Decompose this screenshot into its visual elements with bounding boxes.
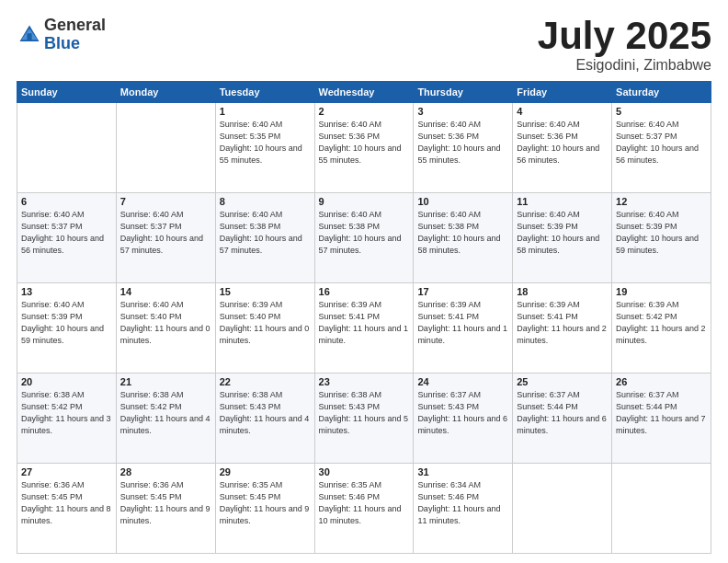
table-row: 17Sunrise: 6:39 AM Sunset: 5:41 PM Dayli… — [414, 283, 513, 373]
day-number: 2 — [319, 106, 410, 117]
day-info: Sunrise: 6:39 AM Sunset: 5:41 PM Dayligh… — [517, 299, 608, 347]
day-number: 31 — [417, 466, 508, 477]
logo-general-text: General — [44, 17, 106, 35]
day-info: Sunrise: 6:37 AM Sunset: 5:44 PM Dayligh… — [616, 389, 707, 437]
table-row: 5Sunrise: 6:40 AM Sunset: 5:37 PM Daylig… — [612, 103, 711, 193]
table-row — [612, 464, 711, 554]
day-info: Sunrise: 6:40 AM Sunset: 5:36 PM Dayligh… — [319, 119, 410, 167]
table-row: 20Sunrise: 6:38 AM Sunset: 5:42 PM Dayli… — [17, 373, 117, 464]
logo-icon — [17, 22, 42, 48]
col-sunday: Sunday — [17, 82, 117, 103]
month-title: July 2025 — [538, 17, 711, 55]
logo: General Blue — [17, 17, 106, 53]
day-number: 25 — [517, 376, 608, 387]
day-info: Sunrise: 6:40 AM Sunset: 5:36 PM Dayligh… — [517, 119, 608, 167]
day-number: 13 — [21, 286, 112, 297]
table-row: 10Sunrise: 6:40 AM Sunset: 5:38 PM Dayli… — [414, 193, 513, 283]
table-row: 19Sunrise: 6:39 AM Sunset: 5:42 PM Dayli… — [612, 283, 711, 373]
table-row: 11Sunrise: 6:40 AM Sunset: 5:39 PM Dayli… — [513, 193, 612, 283]
day-info: Sunrise: 6:37 AM Sunset: 5:44 PM Dayligh… — [517, 389, 608, 437]
table-row — [513, 464, 612, 554]
day-number: 18 — [517, 286, 608, 297]
day-info: Sunrise: 6:40 AM Sunset: 5:39 PM Dayligh… — [21, 299, 112, 347]
day-number: 24 — [417, 376, 508, 387]
table-row: 30Sunrise: 6:35 AM Sunset: 5:46 PM Dayli… — [314, 464, 414, 554]
day-info: Sunrise: 6:38 AM Sunset: 5:42 PM Dayligh… — [120, 389, 211, 437]
table-row: 28Sunrise: 6:36 AM Sunset: 5:45 PM Dayli… — [116, 464, 215, 554]
table-row: 24Sunrise: 6:37 AM Sunset: 5:43 PM Dayli… — [414, 373, 513, 464]
day-info: Sunrise: 6:40 AM Sunset: 5:37 PM Dayligh… — [616, 119, 707, 167]
day-number: 11 — [517, 196, 608, 207]
day-info: Sunrise: 6:40 AM Sunset: 5:38 PM Dayligh… — [319, 209, 410, 257]
day-number: 12 — [616, 196, 707, 207]
day-number: 1 — [220, 106, 311, 117]
col-friday: Friday — [513, 82, 612, 103]
day-info: Sunrise: 6:39 AM Sunset: 5:42 PM Dayligh… — [616, 299, 707, 347]
day-info: Sunrise: 6:37 AM Sunset: 5:43 PM Dayligh… — [417, 389, 508, 437]
day-number: 5 — [616, 106, 707, 117]
day-info: Sunrise: 6:38 AM Sunset: 5:43 PM Dayligh… — [319, 389, 410, 437]
day-info: Sunrise: 6:40 AM Sunset: 5:35 PM Dayligh… — [220, 119, 311, 167]
day-info: Sunrise: 6:39 AM Sunset: 5:41 PM Dayligh… — [417, 299, 508, 347]
day-number: 14 — [120, 286, 211, 297]
day-info: Sunrise: 6:40 AM Sunset: 5:39 PM Dayligh… — [616, 209, 707, 257]
calendar-week-3: 13Sunrise: 6:40 AM Sunset: 5:39 PM Dayli… — [17, 283, 711, 373]
day-info: Sunrise: 6:40 AM Sunset: 5:39 PM Dayligh… — [517, 209, 608, 257]
table-row: 6Sunrise: 6:40 AM Sunset: 5:37 PM Daylig… — [17, 193, 117, 283]
table-row: 16Sunrise: 6:39 AM Sunset: 5:41 PM Dayli… — [314, 283, 414, 373]
day-number: 19 — [616, 286, 707, 297]
table-row: 9Sunrise: 6:40 AM Sunset: 5:38 PM Daylig… — [314, 193, 414, 283]
day-number: 3 — [417, 106, 508, 117]
day-number: 22 — [220, 376, 311, 387]
col-saturday: Saturday — [612, 82, 711, 103]
svg-rect-2 — [27, 33, 31, 41]
day-info: Sunrise: 6:38 AM Sunset: 5:42 PM Dayligh… — [21, 389, 112, 437]
table-row: 12Sunrise: 6:40 AM Sunset: 5:39 PM Dayli… — [612, 193, 711, 283]
day-info: Sunrise: 6:40 AM Sunset: 5:36 PM Dayligh… — [417, 119, 508, 167]
day-info: Sunrise: 6:35 AM Sunset: 5:45 PM Dayligh… — [220, 479, 311, 527]
table-row: 22Sunrise: 6:38 AM Sunset: 5:43 PM Dayli… — [215, 373, 314, 464]
day-number: 17 — [417, 286, 508, 297]
table-row: 25Sunrise: 6:37 AM Sunset: 5:44 PM Dayli… — [513, 373, 612, 464]
day-number: 23 — [319, 376, 410, 387]
table-row: 13Sunrise: 6:40 AM Sunset: 5:39 PM Dayli… — [17, 283, 117, 373]
day-info: Sunrise: 6:39 AM Sunset: 5:41 PM Dayligh… — [319, 299, 410, 347]
col-monday: Monday — [116, 82, 215, 103]
location-text: Esigodini, Zimbabwe — [538, 57, 711, 74]
day-number: 7 — [120, 196, 211, 207]
logo-blue-text: Blue — [44, 35, 106, 53]
day-info: Sunrise: 6:35 AM Sunset: 5:46 PM Dayligh… — [319, 479, 410, 527]
day-number: 16 — [319, 286, 410, 297]
calendar-table: Sunday Monday Tuesday Wednesday Thursday… — [17, 81, 711, 554]
day-info: Sunrise: 6:36 AM Sunset: 5:45 PM Dayligh… — [21, 479, 112, 527]
logo-text: General Blue — [44, 17, 106, 53]
day-info: Sunrise: 6:36 AM Sunset: 5:45 PM Dayligh… — [120, 479, 211, 527]
title-block: July 2025 Esigodini, Zimbabwe — [538, 17, 711, 74]
table-row: 29Sunrise: 6:35 AM Sunset: 5:45 PM Dayli… — [215, 464, 314, 554]
calendar-week-4: 20Sunrise: 6:38 AM Sunset: 5:42 PM Dayli… — [17, 373, 711, 464]
table-row: 15Sunrise: 6:39 AM Sunset: 5:40 PM Dayli… — [215, 283, 314, 373]
calendar-week-2: 6Sunrise: 6:40 AM Sunset: 5:37 PM Daylig… — [17, 193, 711, 283]
day-info: Sunrise: 6:38 AM Sunset: 5:43 PM Dayligh… — [220, 389, 311, 437]
day-number: 20 — [21, 376, 112, 387]
table-row: 14Sunrise: 6:40 AM Sunset: 5:40 PM Dayli… — [116, 283, 215, 373]
day-number: 30 — [319, 466, 410, 477]
table-row: 31Sunrise: 6:34 AM Sunset: 5:46 PM Dayli… — [414, 464, 513, 554]
day-info: Sunrise: 6:39 AM Sunset: 5:40 PM Dayligh… — [220, 299, 311, 347]
day-info: Sunrise: 6:34 AM Sunset: 5:46 PM Dayligh… — [417, 479, 508, 527]
table-row — [17, 103, 117, 193]
day-info: Sunrise: 6:40 AM Sunset: 5:38 PM Dayligh… — [417, 209, 508, 257]
day-number: 8 — [220, 196, 311, 207]
day-number: 28 — [120, 466, 211, 477]
day-number: 15 — [220, 286, 311, 297]
day-number: 6 — [21, 196, 112, 207]
day-number: 27 — [21, 466, 112, 477]
day-number: 26 — [616, 376, 707, 387]
day-number: 4 — [517, 106, 608, 117]
day-info: Sunrise: 6:40 AM Sunset: 5:37 PM Dayligh… — [21, 209, 112, 257]
day-number: 29 — [220, 466, 311, 477]
table-row — [116, 103, 215, 193]
table-row: 2Sunrise: 6:40 AM Sunset: 5:36 PM Daylig… — [314, 103, 414, 193]
table-row: 23Sunrise: 6:38 AM Sunset: 5:43 PM Dayli… — [314, 373, 414, 464]
calendar-week-1: 1Sunrise: 6:40 AM Sunset: 5:35 PM Daylig… — [17, 103, 711, 193]
